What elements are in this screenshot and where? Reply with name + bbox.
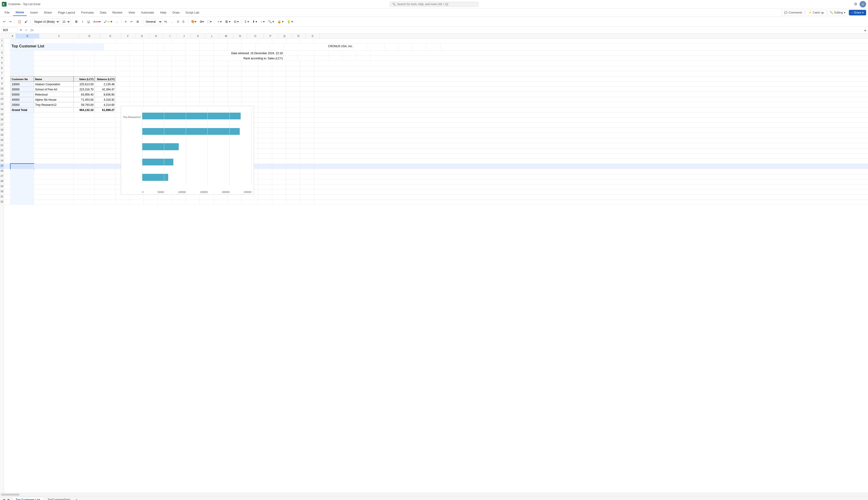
- cell-h12[interactable]: [144, 97, 158, 102]
- cell-n3[interactable]: [284, 51, 298, 56]
- cell-p25[interactable]: [258, 164, 272, 169]
- cell-m5[interactable]: [214, 61, 228, 66]
- cell-d17[interactable]: [73, 123, 95, 128]
- insert-button[interactable]: + ▾: [216, 19, 223, 25]
- cell-s11[interactable]: [300, 92, 314, 97]
- cell-r23[interactable]: [286, 154, 300, 159]
- cell-s1[interactable]: [300, 38, 314, 44]
- tab-file[interactable]: File: [2, 9, 12, 16]
- wrap-text-button[interactable]: ↵: [129, 19, 135, 25]
- cell-b16[interactable]: [11, 117, 34, 123]
- cell-s15[interactable]: [300, 112, 314, 117]
- cell-r8[interactable]: [286, 76, 300, 81]
- cell-d12[interactable]: 71,453.00: [73, 97, 95, 102]
- sheet-tab-top-customer-data[interactable]: TopCustomerData: [44, 497, 74, 500]
- col-header-k[interactable]: K: [191, 34, 205, 38]
- cell-e18[interactable]: [95, 128, 116, 133]
- cell-i6[interactable]: [158, 66, 172, 71]
- cell-r12[interactable]: [286, 97, 300, 102]
- cell-b18[interactable]: [11, 128, 34, 133]
- cell-r1[interactable]: [286, 38, 300, 44]
- cell-a18[interactable]: [4, 128, 11, 133]
- cell-q1[interactable]: [272, 38, 286, 44]
- cell-o9[interactable]: [242, 81, 258, 87]
- settings-icon[interactable]: ⚙: [854, 2, 857, 6]
- cell-n5[interactable]: [228, 61, 242, 66]
- cell-r14[interactable]: [286, 107, 300, 112]
- cell-f8[interactable]: [116, 76, 130, 81]
- cell-j6[interactable]: [172, 66, 186, 71]
- cell-p17[interactable]: [258, 123, 272, 128]
- col-header-s[interactable]: S: [306, 34, 320, 38]
- clipboard-button[interactable]: 📋: [16, 19, 23, 25]
- cell-i2[interactable]: [228, 44, 242, 50]
- cell-i8[interactable]: [158, 76, 172, 81]
- cell-c9[interactable]: Adatum Corporation: [34, 81, 73, 87]
- cell-b15[interactable]: [11, 112, 34, 117]
- cell-a1[interactable]: [4, 38, 11, 44]
- cell-s10[interactable]: [300, 87, 314, 92]
- cell-a5[interactable]: [4, 61, 11, 66]
- row-num-9[interactable]: 9: [0, 81, 4, 87]
- cell-f6[interactable]: [116, 66, 130, 71]
- cell-p8[interactable]: [258, 76, 272, 81]
- cell-e6[interactable]: [95, 66, 116, 71]
- cell-s25[interactable]: [300, 164, 314, 169]
- cell-f1[interactable]: [116, 38, 130, 44]
- cell-j1[interactable]: [172, 38, 186, 44]
- cell-p12[interactable]: [258, 97, 272, 102]
- cell-a9[interactable]: [4, 81, 11, 87]
- cell-m8[interactable]: [214, 76, 228, 81]
- cell-m3[interactable]: Data retrieved: 16 December 2024, 22:18: [214, 51, 284, 56]
- cell-e22[interactable]: [95, 148, 116, 154]
- cell-s2[interactable]: [426, 44, 441, 50]
- cell-q15[interactable]: [272, 112, 286, 117]
- cell-o8[interactable]: [242, 76, 258, 81]
- cell-s22[interactable]: [300, 148, 314, 154]
- cell-k4[interactable]: [186, 56, 200, 61]
- row-num-32[interactable]: 32: [0, 200, 4, 205]
- cell-g11[interactable]: [130, 92, 144, 97]
- underline-button[interactable]: U: [86, 19, 91, 25]
- cell-p15[interactable]: [258, 112, 272, 117]
- cell-j3[interactable]: [172, 51, 186, 56]
- cell-c24[interactable]: [34, 159, 73, 164]
- cell-e15[interactable]: [95, 112, 116, 117]
- cell-k6[interactable]: [186, 66, 200, 71]
- row-num-14[interactable]: 14: [0, 107, 4, 112]
- cell-r3[interactable]: [342, 51, 356, 56]
- cell-s17[interactable]: [300, 123, 314, 128]
- cell-o10[interactable]: [242, 87, 258, 92]
- col-header-d[interactable]: D: [79, 34, 100, 38]
- undo-button[interactable]: ↩: [1, 19, 7, 25]
- cell-h8[interactable]: [144, 76, 158, 81]
- cell-c10[interactable]: School of Fine Art: [34, 87, 73, 92]
- cell-r15[interactable]: [286, 112, 300, 117]
- row-num-19[interactable]: 19: [0, 133, 4, 138]
- cell-p13[interactable]: [258, 102, 272, 107]
- cell-d25[interactable]: [73, 164, 95, 169]
- cell-b6[interactable]: [11, 66, 34, 71]
- row-num-28[interactable]: 28: [0, 179, 4, 184]
- cell-s4[interactable]: [356, 56, 370, 61]
- cell-b25[interactable]: [11, 164, 34, 169]
- cell-a13[interactable]: [4, 102, 11, 107]
- cell-a17[interactable]: [4, 123, 11, 128]
- cell-r9[interactable]: [286, 81, 300, 87]
- cell-j4[interactable]: [172, 56, 186, 61]
- cell-q14[interactable]: [272, 107, 286, 112]
- cell-p6[interactable]: [258, 66, 272, 71]
- row-num-6[interactable]: 6: [0, 66, 4, 71]
- editing-button[interactable]: ✏️ Editing ▾: [827, 10, 848, 15]
- cell-j5[interactable]: [172, 61, 186, 66]
- cell-b13[interactable]: 20000: [11, 102, 34, 107]
- col-header-b[interactable]: B: [16, 34, 39, 38]
- cell-q25[interactable]: [272, 164, 286, 169]
- formula-input[interactable]: [35, 28, 863, 32]
- cell-l5[interactable]: [200, 61, 214, 66]
- cell-r21[interactable]: [286, 143, 300, 148]
- cell-d2[interactable]: [144, 44, 165, 50]
- cell-c16[interactable]: [34, 117, 73, 123]
- row-num-5[interactable]: 5: [0, 61, 4, 66]
- cell-k5[interactable]: [186, 61, 200, 66]
